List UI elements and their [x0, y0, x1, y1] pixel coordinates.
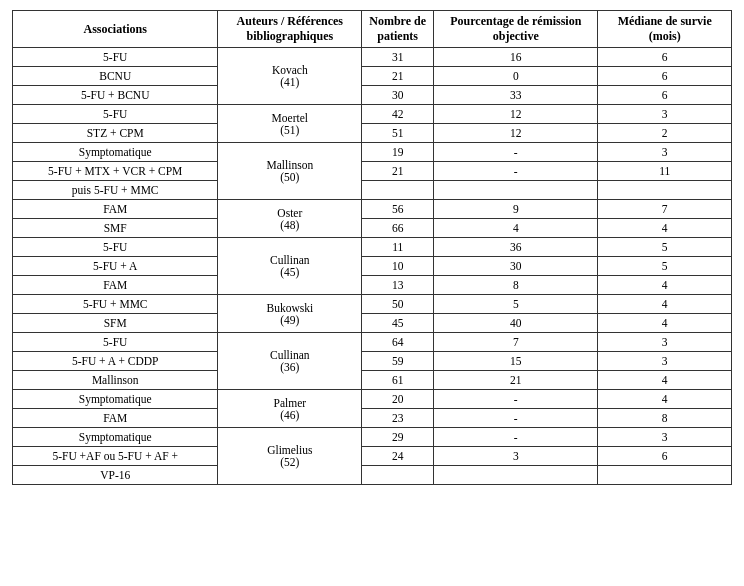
cell-nombre: 21: [362, 67, 434, 86]
cell-nombre: 64: [362, 333, 434, 352]
header-mediane: Médiane de survie (mois): [598, 11, 732, 48]
cell-association: 5-FU + A: [13, 257, 218, 276]
cell-mediane: 4: [598, 276, 732, 295]
cell-association: FAM: [13, 200, 218, 219]
cell-pourcentage: 40: [434, 314, 598, 333]
cell-pourcentage: -: [434, 428, 598, 447]
table-row: SymptomatiquePalmer(46)20-4: [13, 390, 732, 409]
cell-nombre: 29: [362, 428, 434, 447]
cell-pourcentage: 8: [434, 276, 598, 295]
cell-pourcentage: -: [434, 162, 598, 181]
cell-auteur: Oster(48): [218, 200, 362, 238]
cell-nombre: [362, 466, 434, 485]
cell-nombre: 11: [362, 238, 434, 257]
cell-pourcentage: 5: [434, 295, 598, 314]
cell-association: 5-FU + A + CDDP: [13, 352, 218, 371]
table-row: 5-FU +AF ou 5-FU + AF +2436: [13, 447, 732, 466]
cell-pourcentage: 4: [434, 219, 598, 238]
cell-mediane: 8: [598, 409, 732, 428]
cell-pourcentage: -: [434, 143, 598, 162]
cell-association: VP-16: [13, 466, 218, 485]
cell-mediane: 6: [598, 447, 732, 466]
cell-mediane: 6: [598, 67, 732, 86]
table-row: 5-FU + A10305: [13, 257, 732, 276]
table-row: 5-FUKovach(41)31166: [13, 48, 732, 67]
cell-pourcentage: 3: [434, 447, 598, 466]
header-auteurs: Auteurs / Références bibliographiques: [218, 11, 362, 48]
table-row: VP-16: [13, 466, 732, 485]
cell-nombre: 42: [362, 105, 434, 124]
table-row: 5-FUMoertel(51)42123: [13, 105, 732, 124]
cell-mediane: 3: [598, 428, 732, 447]
cell-association: BCNU: [13, 67, 218, 86]
cell-auteur: Glimelius(52): [218, 428, 362, 485]
cell-nombre: 13: [362, 276, 434, 295]
cell-nombre: 10: [362, 257, 434, 276]
cell-nombre: 23: [362, 409, 434, 428]
cell-association: SMF: [13, 219, 218, 238]
cell-association: puis 5-FU + MMC: [13, 181, 218, 200]
cell-pourcentage: 12: [434, 124, 598, 143]
cell-mediane: 4: [598, 390, 732, 409]
cell-nombre: 24: [362, 447, 434, 466]
table-row: FAMOster(48)5697: [13, 200, 732, 219]
table-row: 5-FUCullinan(36)6473: [13, 333, 732, 352]
table-row: STZ + CPM51122: [13, 124, 732, 143]
cell-pourcentage: 16: [434, 48, 598, 67]
cell-association: FAM: [13, 276, 218, 295]
table-row: puis 5-FU + MMC: [13, 181, 732, 200]
cell-auteur: Kovach(41): [218, 48, 362, 105]
table-row: 5-FU + BCNU30336: [13, 86, 732, 105]
cell-association: Symptomatique: [13, 428, 218, 447]
cell-pourcentage: [434, 181, 598, 200]
cell-nombre: 31: [362, 48, 434, 67]
cell-mediane: 3: [598, 105, 732, 124]
cell-auteur: Bukowski(49): [218, 295, 362, 333]
cell-association: SFM: [13, 314, 218, 333]
main-table: Associations Auteurs / Références biblio…: [12, 10, 732, 485]
cell-pourcentage: 33: [434, 86, 598, 105]
table-row: FAM1384: [13, 276, 732, 295]
cell-association: STZ + CPM: [13, 124, 218, 143]
cell-association: 5-FU + BCNU: [13, 86, 218, 105]
cell-nombre: 50: [362, 295, 434, 314]
cell-nombre: 51: [362, 124, 434, 143]
cell-association: Mallinson: [13, 371, 218, 390]
cell-mediane: 5: [598, 257, 732, 276]
table-row: FAM23-8: [13, 409, 732, 428]
cell-mediane: 3: [598, 333, 732, 352]
cell-mediane: [598, 466, 732, 485]
cell-nombre: 66: [362, 219, 434, 238]
table-row: SymptomatiqueMallinson(50)19-3: [13, 143, 732, 162]
table-row: BCNU2106: [13, 67, 732, 86]
cell-pourcentage: 15: [434, 352, 598, 371]
cell-association: 5-FU +AF ou 5-FU + AF +: [13, 447, 218, 466]
table-row: Mallinson61214: [13, 371, 732, 390]
cell-mediane: 6: [598, 86, 732, 105]
cell-nombre: 20: [362, 390, 434, 409]
cell-auteur: Moertel(51): [218, 105, 362, 143]
cell-mediane: 4: [598, 371, 732, 390]
cell-nombre: 19: [362, 143, 434, 162]
cell-association: 5-FU + MMC: [13, 295, 218, 314]
cell-association: 5-FU: [13, 333, 218, 352]
cell-auteur: Cullinan(45): [218, 238, 362, 295]
table-row: SymptomatiqueGlimelius(52)29-3: [13, 428, 732, 447]
table-row: SMF6644: [13, 219, 732, 238]
cell-auteur: Palmer(46): [218, 390, 362, 428]
table-row: 5-FU + A + CDDP59153: [13, 352, 732, 371]
table-row: SFM45404: [13, 314, 732, 333]
cell-nombre: [362, 181, 434, 200]
cell-auteur: Cullinan(36): [218, 333, 362, 390]
cell-mediane: 6: [598, 48, 732, 67]
cell-mediane: 3: [598, 352, 732, 371]
cell-association: 5-FU: [13, 238, 218, 257]
header-associations: Associations: [13, 11, 218, 48]
header-pourcentage: Pourcentage de rémission objective: [434, 11, 598, 48]
table-row: 5-FU + MTX + VCR + CPM21-11: [13, 162, 732, 181]
cell-pourcentage: 9: [434, 200, 598, 219]
cell-association: FAM: [13, 409, 218, 428]
cell-pourcentage: -: [434, 409, 598, 428]
header-nombre: Nombre de patients: [362, 11, 434, 48]
table-row: 5-FU + MMCBukowski(49)5054: [13, 295, 732, 314]
